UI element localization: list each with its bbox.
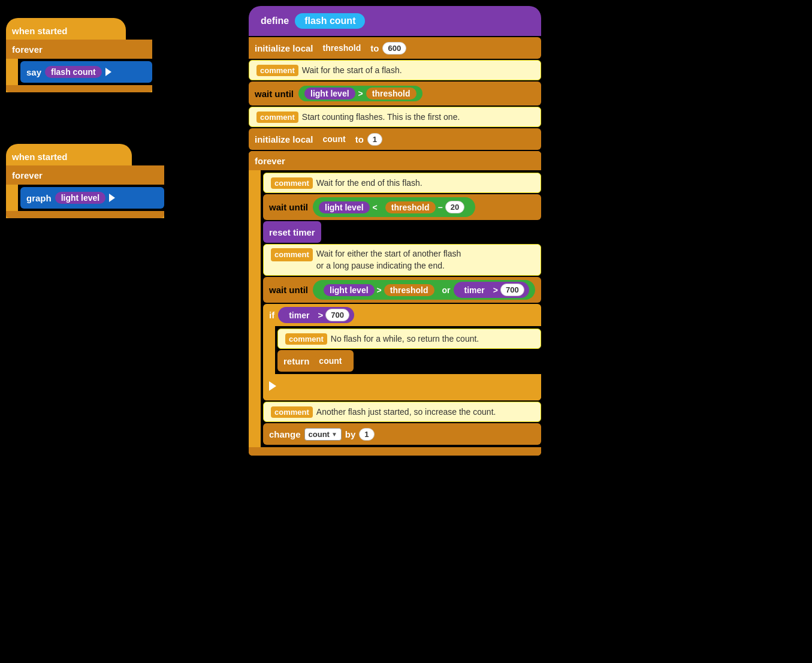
forever-inner-1: say flash count [18, 59, 152, 85]
ll-gt-threshold: light level > threshold [319, 282, 439, 298]
count-init-num: 1 [367, 133, 382, 146]
triangle-icon [269, 381, 276, 391]
comment-5: comment No flash for a while, so return … [277, 329, 541, 349]
comment-4: comment Wait for either the start of ano… [263, 244, 541, 276]
threshold-op1: threshold [366, 88, 416, 100]
if-inner: comment No flash for a while, so return … [275, 326, 541, 374]
forever-inner-main: comment Wait for the end of this flash. … [261, 170, 541, 447]
forever-label-main[interactable]: forever [249, 151, 541, 170]
operator-1: light level > threshold [298, 86, 422, 101]
threshold-var: threshold [317, 42, 367, 54]
operator-3: light level > threshold or timer > 700 [313, 280, 535, 300]
change-count-block[interactable]: change count ▼ by 1 [263, 423, 541, 445]
sidebar-stack-2: when started forever graph light level [6, 144, 164, 218]
graph-block[interactable]: graph light level [20, 187, 164, 209]
comment-6: comment Another flash just started, so i… [263, 402, 541, 422]
threshold-num: 600 [382, 42, 406, 55]
if-header[interactable]: if timer > 700 [263, 304, 541, 326]
if-block[interactable]: if timer > 700 comment No flash for a wh… [263, 304, 541, 400]
wait-until-3[interactable]: wait until light level > threshold or ti… [263, 277, 541, 303]
arrow-icon-2 [109, 194, 115, 202]
when-started-hat-1[interactable]: when started [6, 18, 126, 40]
init-threshold-block[interactable]: initialize local threshold to 600 [249, 37, 541, 59]
arrow-icon-1 [105, 68, 111, 76]
sidebar-stack-1: when started forever say flash count [6, 18, 152, 92]
return-block[interactable]: return count [277, 350, 354, 372]
timer-gt-700: timer > 700 [454, 282, 529, 298]
forever-block-1[interactable]: forever [6, 40, 152, 59]
count-var-init: count [317, 133, 352, 145]
light-level-val-sidebar: light level [55, 192, 106, 204]
forever-block-2[interactable]: forever [6, 165, 164, 185]
main-block-area: define flash count initialize local thre… [249, 6, 541, 456]
timer-if-var: timer [283, 309, 315, 321]
forever-inner-2: graph light level [18, 185, 164, 211]
comment-2: comment Start counting flashes. This is … [249, 107, 541, 127]
comment-3: comment Wait for the end of this flash. [263, 173, 541, 193]
if-num: 700 [325, 309, 349, 321]
threshold-op3: threshold [384, 284, 434, 296]
comment-1: comment Wait for the start of a flash. [249, 60, 541, 80]
threshold-op2: threshold [385, 201, 436, 213]
operator-2: light level < threshold − 20 [313, 197, 475, 217]
init-count-block[interactable]: initialize local count to 1 [249, 128, 541, 150]
light-level-op1: light level [304, 88, 355, 100]
timer-num-3: 700 [500, 284, 524, 296]
wait-until-1[interactable]: wait until light level > threshold [249, 82, 541, 106]
reset-timer-block[interactable]: reset timer [263, 221, 321, 243]
flash-count-define-val: flash count [295, 13, 365, 29]
minus-num: 20 [445, 201, 464, 213]
say-block-1[interactable]: say flash count [20, 61, 152, 83]
define-block[interactable]: define flash count [249, 6, 541, 36]
timer-val: timer [458, 284, 491, 296]
else-triangle [263, 379, 541, 396]
threshold-minus-block: threshold − 20 [381, 199, 469, 215]
light-level-op3: light level [324, 284, 375, 296]
forever-main[interactable]: forever comment Wait for the end of this… [249, 151, 541, 456]
when-started-hat-2[interactable]: when started [6, 144, 132, 165]
wait-until-2[interactable]: wait until light level < threshold − 20 [263, 194, 541, 220]
flash-count-val-1: flash count [45, 66, 102, 78]
change-by-num: 1 [359, 428, 374, 441]
count-dropdown[interactable]: count ▼ [304, 428, 342, 441]
when-started-label-1: when started [12, 26, 68, 36]
count-return-var: count [313, 355, 348, 367]
dropdown-arrow-icon: ▼ [331, 431, 337, 438]
timer-gt-700-if: timer > 700 [278, 307, 354, 323]
light-level-op2: light level [319, 201, 370, 213]
